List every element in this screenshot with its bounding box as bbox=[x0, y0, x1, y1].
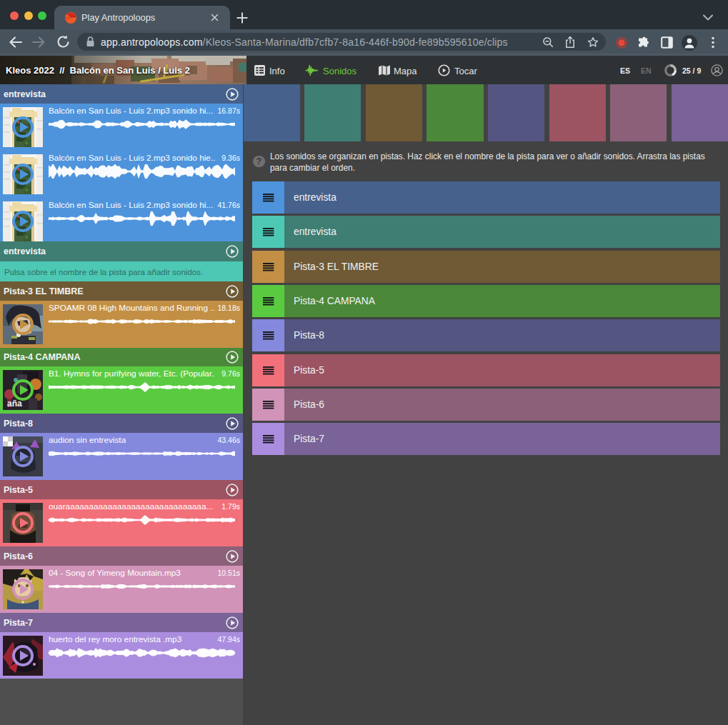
svg-text:aña: aña bbox=[7, 399, 22, 409]
